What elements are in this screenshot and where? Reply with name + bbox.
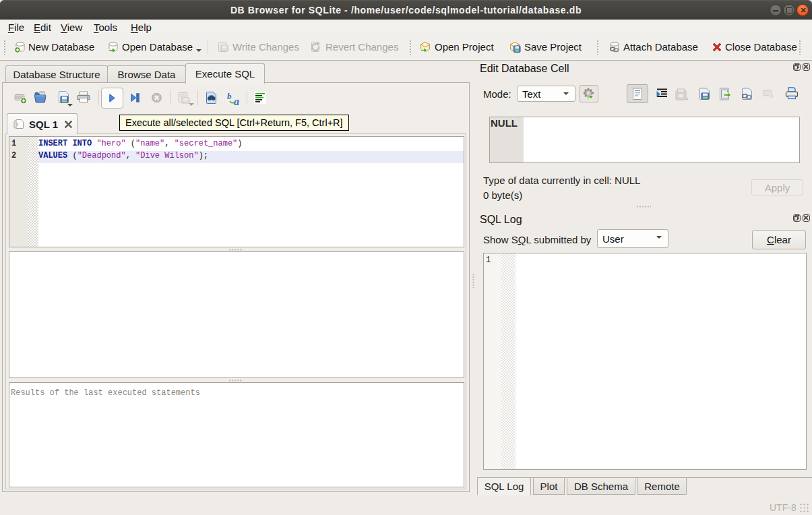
svg-text:b: b — [227, 91, 232, 101]
svg-text:a: a — [234, 96, 239, 106]
